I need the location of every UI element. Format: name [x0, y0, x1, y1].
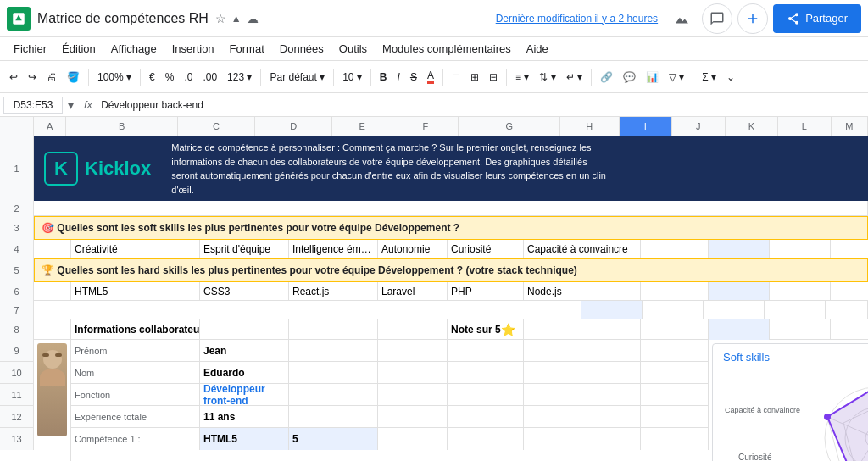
- function-button[interactable]: Σ ▾: [698, 65, 721, 89]
- text-wrap-button[interactable]: ↵ ▾: [562, 65, 587, 89]
- drive-icon[interactable]: ▲: [231, 13, 242, 25]
- comp1-skill[interactable]: HTML5: [200, 428, 289, 450]
- col-header-g[interactable]: G: [459, 117, 560, 136]
- row4-k[interactable]: [831, 240, 868, 258]
- row8-g[interactable]: [524, 319, 641, 340]
- row8-k[interactable]: [831, 319, 868, 340]
- row7-m[interactable]: [826, 301, 868, 319]
- col-header-d[interactable]: D: [255, 117, 332, 136]
- filter-button[interactable]: ▽ ▾: [665, 65, 688, 89]
- comp1-score[interactable]: 5: [289, 428, 378, 450]
- row8-i[interactable]: [709, 319, 770, 340]
- cloud-icon[interactable]: ☁: [247, 12, 259, 25]
- comment-button[interactable]: [702, 3, 732, 34]
- menu-affichage[interactable]: Affichage: [104, 40, 164, 58]
- col-header-c[interactable]: C: [178, 117, 255, 136]
- menu-modules[interactable]: Modules complémentaires: [376, 40, 518, 58]
- last-modified-link[interactable]: Dernière modification il y a 2 heures: [496, 13, 658, 25]
- r13-f[interactable]: [448, 428, 524, 450]
- cell-reference[interactable]: [3, 97, 63, 114]
- col-header-l[interactable]: L: [778, 117, 832, 136]
- paint-format-button[interactable]: 🪣: [63, 65, 84, 89]
- r10-g[interactable]: [524, 362, 641, 384]
- r9-h[interactable]: [641, 340, 709, 362]
- row7-j[interactable]: [643, 301, 704, 319]
- align-v-button[interactable]: ⇅ ▾: [535, 65, 559, 89]
- bold-button[interactable]: B: [376, 65, 392, 89]
- formula-expand-button[interactable]: ▾: [63, 97, 79, 114]
- align-h-button[interactable]: ≡ ▾: [511, 65, 533, 89]
- print-button[interactable]: 🖨: [42, 65, 61, 89]
- r9-f[interactable]: [448, 340, 524, 361]
- italic-button[interactable]: I: [393, 65, 404, 89]
- r10-e[interactable]: [378, 362, 448, 383]
- percent-button[interactable]: %: [161, 65, 179, 89]
- menu-aide[interactable]: Aide: [520, 40, 555, 58]
- col-header-m[interactable]: M: [832, 117, 868, 136]
- r13-e[interactable]: [378, 428, 448, 450]
- strikethrough-button[interactable]: S: [406, 65, 421, 89]
- nom-value[interactable]: Eduardo: [200, 362, 289, 383]
- r11-d[interactable]: [289, 384, 378, 405]
- col-header-h[interactable]: H: [560, 117, 619, 136]
- row4-f[interactable]: Curiosité: [448, 240, 524, 258]
- row7-k[interactable]: [704, 301, 765, 319]
- row6-c[interactable]: CSS3: [200, 282, 289, 300]
- r10-d[interactable]: [289, 362, 378, 383]
- r10-h[interactable]: [641, 362, 709, 384]
- r12-d[interactable]: [289, 406, 378, 427]
- menu-insertion[interactable]: Insertion: [165, 40, 221, 58]
- font-select[interactable]: Par défaut ▾: [265, 65, 329, 89]
- link-button[interactable]: 🔗: [596, 65, 617, 89]
- star-icon[interactable]: ☆: [215, 12, 226, 25]
- col-header-a[interactable]: A: [34, 117, 66, 136]
- col-header-e[interactable]: E: [332, 117, 392, 136]
- experience-value[interactable]: 11 ans: [200, 406, 289, 427]
- col-header-f[interactable]: F: [392, 117, 459, 136]
- row4-d[interactable]: Intelligence ém…: [289, 240, 378, 258]
- row6-h[interactable]: [641, 282, 709, 300]
- row6-b[interactable]: HTML5: [71, 282, 200, 300]
- row8-c[interactable]: [200, 319, 289, 340]
- r9-e[interactable]: [378, 340, 448, 361]
- row6-i[interactable]: [709, 282, 770, 300]
- row7-i[interactable]: [581, 301, 643, 319]
- document-title[interactable]: Matrice de compétences RH: [37, 11, 209, 26]
- font-size-select[interactable]: 10 ▾: [338, 65, 366, 89]
- r12-f[interactable]: [448, 406, 524, 427]
- add-collaborator-button[interactable]: [737, 3, 768, 34]
- fill-color-button[interactable]: ◻: [448, 65, 465, 89]
- row4-h[interactable]: [641, 240, 709, 258]
- row8-h[interactable]: [641, 319, 709, 340]
- row8-e[interactable]: [378, 319, 448, 340]
- row4-i[interactable]: [709, 240, 770, 258]
- col-header-i[interactable]: I: [620, 117, 673, 136]
- row4-g[interactable]: Capacité à convaincre: [524, 240, 641, 258]
- menu-format[interactable]: Format: [223, 40, 271, 58]
- font-color-button[interactable]: A: [423, 65, 438, 89]
- menu-outils[interactable]: Outils: [332, 40, 374, 58]
- chart-insert-button[interactable]: 📊: [642, 65, 663, 89]
- r11-e[interactable]: [378, 384, 448, 405]
- r12-h[interactable]: [641, 406, 709, 428]
- row4-c[interactable]: Esprit d'équipe: [200, 240, 289, 258]
- chart-icon-btn[interactable]: [666, 3, 697, 34]
- r11-h[interactable]: [641, 384, 709, 406]
- more-button[interactable]: ⌄: [722, 65, 739, 89]
- r12-e[interactable]: [378, 406, 448, 427]
- currency-button[interactable]: €: [145, 65, 159, 89]
- prenom-value[interactable]: Jean: [200, 340, 289, 361]
- row8-a[interactable]: [34, 319, 71, 340]
- row6-d[interactable]: React.js: [289, 282, 378, 300]
- col-header-k[interactable]: K: [726, 117, 779, 136]
- row6-g[interactable]: Node.js: [524, 282, 641, 300]
- comment-insert-button[interactable]: 💬: [619, 65, 640, 89]
- undo-button[interactable]: ↩: [5, 65, 22, 89]
- r13-g[interactable]: [524, 428, 641, 450]
- col-header-j[interactable]: J: [672, 117, 726, 136]
- zoom-select[interactable]: 100% ▾: [93, 65, 136, 89]
- more-formats-button[interactable]: 123 ▾: [223, 65, 256, 89]
- redo-button[interactable]: ↪: [24, 65, 41, 89]
- r12-g[interactable]: [524, 406, 641, 428]
- r11-g[interactable]: [524, 384, 641, 406]
